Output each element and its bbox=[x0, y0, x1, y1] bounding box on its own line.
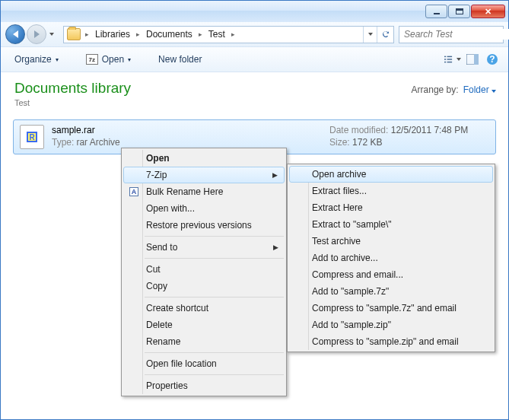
chevron-down-icon bbox=[457, 58, 461, 61]
sub-compress-7z-email[interactable]: Compress to "sample.7z" and email bbox=[289, 300, 493, 317]
help-icon: ? bbox=[486, 53, 498, 65]
refresh-icon bbox=[380, 29, 391, 40]
sevenzip-icon: 7z bbox=[86, 54, 98, 65]
new-folder-label: New folder bbox=[158, 54, 202, 65]
ctx-send-to[interactable]: Send to▶ bbox=[123, 239, 285, 256]
ctx-delete[interactable]: Delete bbox=[123, 317, 285, 333]
submenu-arrow-icon: ▶ bbox=[273, 243, 278, 251]
sub-extract-files[interactable]: Extract files... bbox=[289, 183, 493, 199]
bulk-rename-icon: A bbox=[129, 187, 138, 196]
chevron-right-icon: ▸ bbox=[197, 30, 204, 38]
sub-compress-email[interactable]: Compress and email... bbox=[289, 266, 493, 283]
refresh-button[interactable] bbox=[377, 27, 393, 43]
svg-rect-2 bbox=[444, 56, 446, 57]
toolbar: Organize▾ 7z Open▾ New folder ? bbox=[1, 47, 508, 72]
ctx-restore[interactable]: Restore previous versions bbox=[123, 217, 285, 234]
open-button[interactable]: 7z Open▾ bbox=[80, 51, 137, 68]
ctx-cut[interactable]: Cut bbox=[123, 261, 285, 278]
context-submenu-7zip: Open archive Extract files... Extract He… bbox=[287, 164, 495, 352]
forward-button[interactable] bbox=[27, 24, 46, 44]
arrow-left-icon bbox=[13, 30, 18, 38]
rar-file-icon: R bbox=[20, 125, 44, 149]
svg-rect-4 bbox=[444, 62, 446, 62]
breadcrumb[interactable]: ▸ Libraries ▸ Documents ▸ Test ▸ bbox=[63, 26, 394, 43]
help-button[interactable]: ? bbox=[484, 51, 501, 68]
chevron-down-icon: ▾ bbox=[56, 56, 59, 63]
svg-rect-3 bbox=[444, 59, 446, 59]
search-input[interactable] bbox=[399, 29, 509, 40]
sub-test-archive[interactable]: Test archive bbox=[289, 233, 493, 250]
breadcrumb-seg-libraries[interactable]: Libraries bbox=[91, 29, 135, 40]
ctx-bulk-rename[interactable]: ABulk Rename Here bbox=[123, 183, 285, 200]
context-menu: Open 7-Zip▶ ABulk Rename Here Open with.… bbox=[121, 148, 287, 396]
sub-add-zip[interactable]: Add to "sample.zip" bbox=[289, 317, 493, 333]
library-header: Documents library Test Arrange by: Folde… bbox=[1, 72, 508, 116]
titlebar: ✕ bbox=[1, 1, 508, 22]
open-label: Open bbox=[102, 54, 124, 65]
arrange-value[interactable]: Folder bbox=[463, 84, 496, 95]
ctx-rename[interactable]: Rename bbox=[123, 333, 285, 350]
search-box[interactable] bbox=[399, 26, 504, 43]
explorer-window: ✕ ▸ Libraries ▸ Documents ▸ Test ▸ bbox=[0, 0, 509, 420]
minimize-button[interactable] bbox=[425, 5, 447, 18]
sub-add-7z[interactable]: Add to "sample.7z" bbox=[289, 283, 493, 300]
organize-label: Organize bbox=[14, 54, 52, 65]
sub-add-to-archive[interactable]: Add to archive... bbox=[289, 250, 493, 266]
maximize-button[interactable] bbox=[448, 5, 470, 18]
back-button[interactable] bbox=[5, 24, 25, 44]
ctx-properties[interactable]: Properties bbox=[123, 377, 285, 394]
view-button[interactable] bbox=[444, 51, 461, 68]
ctx-7zip[interactable]: 7-Zip▶ bbox=[123, 167, 285, 183]
view-icon bbox=[444, 54, 454, 65]
organize-button[interactable]: Organize▾ bbox=[8, 51, 65, 68]
file-type: Type: rar Archive bbox=[52, 137, 329, 148]
file-name: sample.rar bbox=[52, 125, 329, 135]
close-button[interactable]: ✕ bbox=[471, 5, 505, 18]
ctx-open-with[interactable]: Open with... bbox=[123, 200, 285, 217]
svg-text:?: ? bbox=[489, 54, 495, 65]
sub-extract-to[interactable]: Extract to "sample\" bbox=[289, 216, 493, 233]
nav-row: ▸ Libraries ▸ Documents ▸ Test ▸ bbox=[1, 22, 508, 47]
arrange-by: Arrange by: Folder bbox=[412, 84, 496, 95]
sub-extract-here[interactable]: Extract Here bbox=[289, 199, 493, 216]
library-subtitle: Test bbox=[14, 98, 131, 107]
library-title: Documents library bbox=[14, 80, 131, 97]
folder-icon bbox=[67, 28, 81, 40]
svg-rect-6 bbox=[447, 59, 453, 59]
chevron-down-icon: ▾ bbox=[128, 56, 131, 63]
preview-pane-icon bbox=[466, 54, 479, 65]
file-meta: Date modified: 12/5/2011 7:48 PM Size: 1… bbox=[329, 125, 489, 149]
chevron-down-icon bbox=[368, 33, 373, 36]
chevron-right-icon: ▸ bbox=[135, 30, 142, 38]
new-folder-button[interactable]: New folder bbox=[152, 51, 208, 68]
breadcrumb-seg-documents[interactable]: Documents bbox=[142, 29, 197, 40]
breadcrumb-seg-test[interactable]: Test bbox=[204, 29, 230, 40]
ctx-open[interactable]: Open bbox=[123, 150, 285, 167]
chevron-right-icon: ▸ bbox=[230, 30, 237, 38]
chevron-down-icon bbox=[492, 90, 496, 93]
ctx-copy[interactable]: Copy bbox=[123, 278, 285, 294]
minimize-icon bbox=[434, 13, 440, 14]
arrow-right-icon bbox=[34, 30, 40, 38]
maximize-icon bbox=[456, 8, 463, 14]
submenu-arrow-icon: ▶ bbox=[272, 171, 278, 179]
ctx-open-file-location[interactable]: Open file location bbox=[123, 355, 285, 372]
svg-rect-5 bbox=[447, 56, 453, 57]
svg-rect-9 bbox=[474, 54, 479, 65]
breadcrumb-dropdown[interactable] bbox=[363, 27, 377, 43]
history-dropdown-icon[interactable] bbox=[49, 33, 54, 36]
sub-compress-zip-email[interactable]: Compress to "sample.zip" and email bbox=[289, 333, 493, 350]
arrange-label: Arrange by: bbox=[412, 84, 459, 95]
preview-pane-button[interactable] bbox=[464, 51, 481, 68]
close-icon: ✕ bbox=[485, 7, 492, 17]
svg-rect-7 bbox=[447, 62, 453, 62]
chevron-right-icon: ▸ bbox=[84, 30, 91, 38]
ctx-create-shortcut[interactable]: Create shortcut bbox=[123, 300, 285, 317]
sub-open-archive[interactable]: Open archive bbox=[289, 166, 493, 183]
